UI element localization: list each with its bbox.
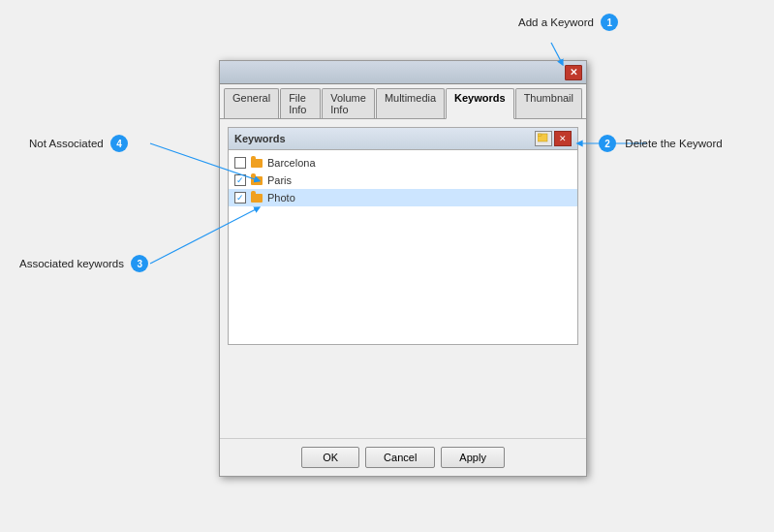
folder-icon-barcelona [250, 156, 263, 170]
keywords-header: Keywords ✕ [229, 128, 577, 150]
apply-button[interactable]: Apply [441, 447, 505, 468]
ok-button[interactable]: OK [301, 447, 359, 468]
keywords-header-title: Keywords [234, 133, 286, 144]
tab-general[interactable]: General [224, 88, 279, 118]
ann-associated-label: Associated keywords [19, 258, 124, 269]
keyword-item-photo[interactable]: ✓ Photo [229, 189, 577, 206]
svg-rect-1 [538, 134, 542, 137]
cancel-button[interactable]: Cancel [365, 447, 435, 468]
keyword-item-barcelona[interactable]: Barcelona [229, 154, 577, 172]
tab-fileinfo[interactable]: File Info [280, 88, 321, 118]
annotation-not-associated: Not Associated 4 [29, 135, 128, 152]
keyword-item-paris[interactable]: ✓ Paris [229, 172, 577, 189]
keyword-label-barcelona: Barcelona [267, 157, 316, 169]
add-keyword-button[interactable] [535, 131, 552, 146]
tab-bar: General File Info Volume Info Multimedia… [220, 84, 586, 119]
ann-add-keyword-label: Add a Keyword [518, 16, 594, 28]
dialog-footer: OK Cancel Apply [220, 438, 586, 476]
ann-delete-keyword-number: 2 [599, 135, 616, 152]
keyword-checkbox-paris[interactable]: ✓ [234, 174, 246, 186]
delete-keyword-button[interactable]: ✕ [554, 131, 572, 146]
dialog-content: Keywords ✕ Barcelona [220, 119, 586, 353]
keywords-panel: Keywords ✕ Barcelona [228, 127, 578, 345]
annotation-associated: Associated keywords 3 [19, 255, 148, 272]
folder-icon-photo [250, 191, 263, 204]
ann-associated-number: 3 [131, 255, 148, 272]
ann-delete-keyword-label: Delete the Keyword [625, 138, 722, 149]
keyword-checkbox-barcelona[interactable] [234, 157, 246, 169]
ann-not-associated-number: 4 [110, 135, 128, 152]
keywords-header-buttons: ✕ [535, 131, 572, 146]
tab-volumeinfo[interactable]: Volume Info [322, 88, 375, 118]
ann-add-keyword-number: 1 [601, 14, 618, 31]
tab-multimedia[interactable]: Multimedia [376, 88, 445, 118]
ann-not-associated-label: Not Associated [29, 138, 104, 149]
tab-thumbnail[interactable]: Thumbnail [515, 88, 582, 118]
dialog-titlebar: ✕ [220, 61, 586, 84]
keywords-list: Barcelona ✓ Paris ✓ Photo [229, 150, 577, 344]
annotation-delete-keyword: 2 Delete the Keyword [595, 135, 723, 152]
properties-dialog: ✕ General File Info Volume Info Multimed… [219, 60, 587, 477]
keyword-label-photo: Photo [267, 192, 295, 203]
keyword-label-paris: Paris [267, 174, 292, 186]
keyword-checkbox-photo[interactable]: ✓ [234, 192, 246, 203]
annotation-add-keyword: Add a Keyword 1 [518, 14, 618, 31]
tab-keywords[interactable]: Keywords [446, 88, 514, 119]
close-button[interactable]: ✕ [565, 65, 582, 80]
folder-icon-paris [250, 173, 263, 187]
